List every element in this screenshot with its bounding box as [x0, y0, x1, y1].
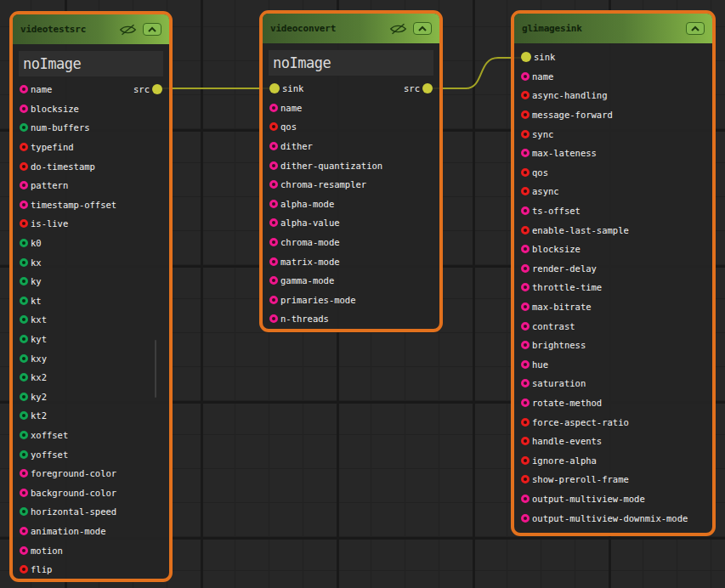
- property-port[interactable]: blocksize: [521, 244, 581, 254]
- node-row[interactable]: pattern: [13, 176, 169, 195]
- property-port[interactable]: alpha-mode: [269, 199, 334, 209]
- property-dot[interactable]: [521, 149, 530, 157]
- node-row[interactable]: rotate-method: [514, 393, 712, 413]
- property-port[interactable]: kt: [20, 296, 42, 306]
- property-dot[interactable]: [20, 201, 28, 209]
- node-glimagesink[interactable]: glimagesink sinknameasync-handlingmessag…: [511, 10, 716, 536]
- property-port[interactable]: pattern: [20, 180, 68, 190]
- property-dot[interactable]: [20, 239, 28, 247]
- property-port[interactable]: async: [521, 186, 559, 196]
- node-videotestsrc[interactable]: videotestsrc noImage namesrcblocksizenum…: [9, 11, 173, 582]
- property-port[interactable]: output-multiview-mode: [521, 494, 645, 504]
- node-row[interactable]: kt: [13, 291, 169, 311]
- property-dot[interactable]: [20, 335, 28, 343]
- node-row[interactable]: kxy: [13, 348, 169, 368]
- property-port[interactable]: kx: [20, 257, 42, 268]
- property-port[interactable]: max-lateness: [521, 148, 597, 158]
- property-dot[interactable]: [20, 277, 28, 286]
- property-dot[interactable]: [269, 180, 278, 189]
- property-dot[interactable]: [521, 206, 530, 215]
- property-dot[interactable]: [269, 257, 278, 266]
- property-port[interactable]: chroma-resampler: [269, 179, 366, 189]
- property-dot[interactable]: [20, 181, 28, 189]
- property-dot[interactable]: [521, 322, 530, 331]
- property-port[interactable]: show-preroll-frame: [521, 474, 629, 484]
- property-port[interactable]: kx2: [20, 372, 47, 382]
- node-row[interactable]: motion: [13, 540, 169, 560]
- property-port[interactable]: ignore-alpha: [521, 455, 597, 466]
- node-row[interactable]: ky2: [13, 387, 169, 407]
- property-port[interactable]: flip: [20, 564, 52, 574]
- property-dot[interactable]: [269, 161, 278, 170]
- pad-dot[interactable]: [269, 83, 280, 93]
- collapse-button[interactable]: [143, 23, 161, 36]
- property-dot[interactable]: [20, 219, 28, 228]
- property-dot[interactable]: [521, 72, 530, 81]
- property-port[interactable]: chroma-mode: [269, 237, 340, 247]
- property-dot[interactable]: [20, 354, 28, 363]
- node-row[interactable]: kt2: [13, 406, 169, 426]
- node-row[interactable]: matrix-mode: [263, 252, 439, 271]
- property-dot[interactable]: [521, 264, 530, 273]
- property-port[interactable]: qos: [521, 167, 548, 178]
- property-port[interactable]: force-aspect-ratio: [521, 417, 629, 427]
- property-dot[interactable]: [269, 314, 278, 323]
- property-dot[interactable]: [20, 297, 28, 305]
- node-header[interactable]: glimagesink: [514, 14, 712, 43]
- property-port[interactable]: gamma-mode: [269, 275, 334, 286]
- property-dot[interactable]: [20, 469, 28, 478]
- property-dot[interactable]: [521, 283, 530, 291]
- property-port[interactable]: blocksize: [20, 104, 79, 114]
- property-port[interactable]: do-timestamp: [20, 161, 95, 172]
- property-port[interactable]: matrix-mode: [269, 257, 340, 267]
- node-row[interactable]: ky: [13, 272, 169, 291]
- property-dot[interactable]: [521, 91, 530, 99]
- node-row[interactable]: foreground-color: [13, 464, 169, 483]
- pad-dot[interactable]: [521, 52, 531, 62]
- property-port[interactable]: kt2: [20, 410, 47, 421]
- node-row[interactable]: async: [514, 182, 712, 201]
- node-row[interactable]: max-lateness: [514, 144, 712, 163]
- node-row[interactable]: namesrc: [13, 80, 169, 99]
- property-dot[interactable]: [20, 105, 28, 113]
- node-header[interactable]: videotestsrc: [13, 14, 169, 44]
- property-port[interactable]: xoffset: [20, 430, 68, 440]
- hide-preview-icon[interactable]: [389, 23, 407, 35]
- node-row[interactable]: sink: [514, 48, 712, 67]
- property-dot[interactable]: [521, 475, 530, 483]
- property-dot[interactable]: [269, 122, 278, 131]
- node-row[interactable]: async-handling: [514, 86, 712, 105]
- property-dot[interactable]: [521, 418, 530, 427]
- property-port[interactable]: ky: [20, 276, 42, 286]
- node-row[interactable]: dither-quantization: [263, 155, 439, 175]
- node-row[interactable]: ts-offset: [514, 201, 712, 221]
- node-header[interactable]: videoconvert: [263, 14, 439, 43]
- node-row[interactable]: qos: [514, 163, 712, 183]
- node-row[interactable]: throttle-time: [514, 278, 712, 297]
- property-port[interactable]: motion: [20, 546, 63, 556]
- node-row[interactable]: qos: [263, 117, 439, 137]
- property-port[interactable]: yoffset: [20, 449, 68, 460]
- property-port[interactable]: primaries-mode: [269, 295, 356, 305]
- property-port[interactable]: output-multiview-downmix-mode: [521, 513, 688, 523]
- node-row[interactable]: gamma-mode: [263, 271, 439, 291]
- property-port[interactable]: rotate-method: [521, 398, 602, 408]
- node-row[interactable]: hue: [514, 355, 712, 375]
- property-port[interactable]: name: [521, 71, 553, 82]
- node-row[interactable]: enable-last-sample: [514, 220, 712, 240]
- node-row[interactable]: typefind: [13, 138, 169, 157]
- property-port[interactable]: typefind: [20, 142, 74, 152]
- pad-port[interactable]: sink: [269, 83, 303, 93]
- property-port[interactable]: contrast: [521, 321, 575, 331]
- node-row[interactable]: timestamp-offset: [13, 195, 169, 215]
- property-dot[interactable]: [521, 226, 530, 235]
- node-row[interactable]: n-threads: [263, 309, 439, 329]
- property-port[interactable]: saturation: [521, 378, 586, 388]
- node-row[interactable]: blocksize: [514, 240, 712, 259]
- property-dot[interactable]: [269, 104, 278, 112]
- node-row[interactable]: name: [514, 67, 712, 87]
- property-dot[interactable]: [521, 495, 530, 503]
- node-row[interactable]: kyt: [13, 330, 169, 349]
- property-port[interactable]: message-forward: [521, 110, 613, 120]
- property-dot[interactable]: [269, 276, 278, 285]
